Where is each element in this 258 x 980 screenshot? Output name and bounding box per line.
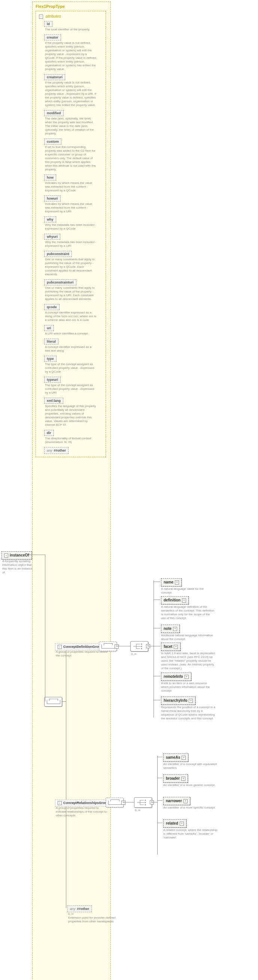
collapse-icon[interactable]: - (58, 801, 62, 805)
element-desc: Represents the position of a concept in … (161, 705, 215, 721)
any-element: any##other (67, 905, 92, 912)
expand-icon[interactable]: + (181, 777, 185, 781)
attribute-custom[interactable]: custom (44, 138, 61, 145)
cardinality: 0..∞ (135, 808, 140, 812)
attribute-id[interactable]: id (44, 21, 53, 27)
connector (153, 628, 160, 628)
connector (157, 823, 162, 823)
attribute-dir[interactable]: dir (44, 430, 54, 436)
expand-icon[interactable]: + (174, 645, 178, 649)
attribute-typeuri[interactable]: typeuri (44, 377, 61, 383)
attribute-pubconstrainturi[interactable]: pubconstrainturi (44, 279, 76, 285)
attribute-creatoruri[interactable]: creatoruri (44, 74, 65, 80)
element-note[interactable]: note+ (161, 625, 180, 633)
connector (116, 646, 130, 646)
element-hierarchyInfo[interactable]: hierarchyInfo+ (161, 697, 196, 705)
group-conceptrelationships-desc: A group of properties required to indica… (56, 806, 108, 818)
connector (66, 646, 101, 646)
element-desc: Additional natural language information … (161, 633, 215, 641)
expand-icon[interactable]: + (175, 581, 179, 585)
attributes-box: - attributes idThe local identifier of t… (35, 11, 106, 457)
attribute-desc: A concept identifier expressed as a free… (45, 345, 97, 353)
element-desc: An identifier of a more specific concept… (163, 806, 216, 810)
connector (45, 555, 45, 702)
element-desc: A related concept, where the relationshi… (163, 828, 218, 840)
connector (151, 802, 157, 802)
collapse-icon[interactable]: - (58, 645, 62, 649)
expand-icon[interactable]: + (180, 822, 184, 826)
expand-icon[interactable]: + (183, 799, 188, 803)
sequence-icon: + (105, 798, 124, 807)
attribute-whyuri[interactable]: whyuri (44, 234, 60, 240)
svg-point-0 (141, 644, 142, 645)
element-facet[interactable]: facet+ (161, 643, 180, 651)
expand-icon[interactable]: + (115, 644, 119, 649)
attribute-desc: The local identifier of the property. (45, 28, 97, 32)
element-remoteInfo[interactable]: remoteInfo+ (161, 673, 191, 681)
svg-point-2 (141, 648, 142, 649)
connector (157, 800, 162, 801)
connector (157, 778, 162, 778)
attributes-label: attributes (46, 14, 61, 18)
connector (153, 581, 154, 718)
attribute-xml-lang[interactable]: xml:lang (44, 398, 63, 404)
attribute-desc: If the property value is not defined, sp… (45, 81, 97, 107)
expand-icon[interactable]: + (121, 801, 126, 805)
element-definition[interactable]: definition+ (161, 596, 189, 605)
attribute-literal[interactable]: literal (44, 339, 59, 345)
attribute-uri[interactable]: uri (44, 325, 54, 331)
attribute-howuri[interactable]: howuri (44, 196, 61, 202)
element-desc: A link to an item or a web resource whic… (161, 681, 215, 693)
root-element-label: instanceOf (10, 553, 29, 557)
connector (153, 676, 160, 676)
any-element-desc: Extension point for provider-defined pro… (68, 916, 121, 923)
attribute-desc: If the property value is not defined, sp… (45, 41, 97, 71)
attribute-desc: Why the metadata has been included - exp… (45, 240, 97, 248)
collapse-icon[interactable]: - (39, 14, 43, 19)
attribute-desc: The date (and, optionally, the time) whe… (45, 117, 97, 135)
attribute-desc: Indicates by which means the value was e… (45, 202, 97, 213)
element-desc: A natural language definition of the sem… (161, 605, 215, 620)
collapse-icon[interactable]: - (4, 554, 8, 558)
attribute-type[interactable]: type (44, 356, 57, 362)
element-related[interactable]: related+ (163, 819, 186, 827)
root-element-desc: A frequently updating information object… (2, 560, 36, 574)
element-name[interactable]: name+ (161, 578, 182, 586)
attribute-how[interactable]: how (44, 175, 56, 180)
cardinality: 0..∞ (68, 912, 74, 916)
group-conceptrelationships[interactable]: -ConceptRelationshipsGroup (55, 800, 111, 807)
expand-icon[interactable]: + (173, 627, 177, 631)
attribute-qcode[interactable]: qcode (44, 304, 59, 310)
expand-icon[interactable]: + (182, 756, 186, 760)
expand-icon[interactable]: + (182, 598, 186, 603)
root-element[interactable]: -instanceOf (2, 551, 32, 560)
attribute-modified[interactable]: modified (44, 110, 64, 116)
connector (153, 700, 160, 700)
attribute-creator[interactable]: creator (44, 35, 61, 40)
element-desc: An identifier of a concept with equivale… (163, 762, 218, 770)
element-desc: In NAR 1.8 and later, facet is deprecate… (161, 652, 215, 670)
expand-icon[interactable]: + (189, 699, 193, 703)
attribute-pubconstraint[interactable]: pubconstraint (44, 251, 72, 257)
sequence-icon: + (99, 641, 117, 651)
choice-icon: + (130, 641, 148, 652)
connector (29, 555, 45, 555)
attribute-why[interactable]: why (44, 216, 56, 223)
attribute-desc: Indicates by which means the value was e… (45, 181, 97, 192)
group-conceptdefinition[interactable]: -ConceptDefinitionGroup (55, 643, 105, 651)
element-narrower[interactable]: narrower+ (163, 797, 190, 805)
attribute-desc: The directionality of textual content (e… (45, 437, 97, 444)
connector (157, 757, 162, 757)
sequence-icon (44, 697, 62, 706)
connector (61, 702, 66, 702)
svg-point-5 (145, 804, 146, 805)
expand-icon[interactable]: + (185, 675, 189, 679)
attribute-desc: A concept identifier expressed as a stri… (45, 311, 97, 322)
element-broader[interactable]: broader+ (163, 775, 188, 783)
element-desc: A natural language name for the concept. (161, 587, 215, 595)
type-box: Flex1PropType - attributes idThe local i… (32, 2, 111, 980)
attribute-desc: The type of the concept assigned as cont… (45, 363, 97, 374)
element-sameAs[interactable]: sameAs+ (163, 753, 188, 762)
attribute-desc: One or many constraints that apply to pu… (45, 258, 97, 276)
attribute-desc: Why the metadata has been included - exp… (45, 223, 97, 231)
